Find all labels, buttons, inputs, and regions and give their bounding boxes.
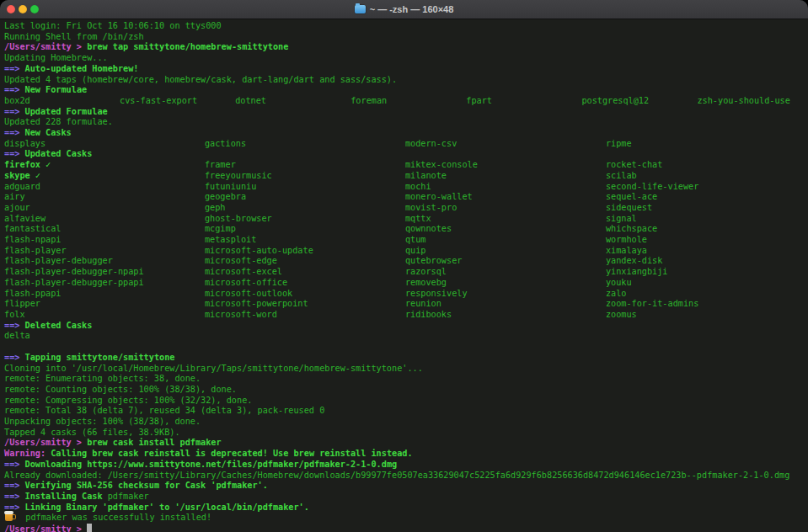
terminal-text: remote: Enumerating objects: 38, done. (4, 374, 201, 383)
package-name: yandex-disk (606, 256, 662, 267)
package-name: flash-npapi (4, 235, 205, 246)
package-name: signal (606, 214, 637, 225)
terminal-line: ==> New Casks (4, 128, 808, 139)
terminal-line: Tapped 4 casks (66 files, 38.9KB). (4, 428, 808, 439)
package-name: wormhole (606, 235, 647, 246)
terminal-text: ==> (4, 503, 25, 512)
terminal-line: folxmicrosoft-wordridibookszoomus (4, 310, 808, 321)
package-name: rocket-chat (606, 160, 662, 171)
terminal-line: skype ✓freeyourmusicmilanotescilab (4, 171, 808, 182)
package-name: microsoft-word (205, 310, 405, 321)
terminal-line: Updating Homebrew... (4, 53, 808, 64)
package-name: flash-player-debugger-ppapi (4, 278, 205, 289)
terminal-text: ==> (4, 149, 25, 158)
package-name: framer (205, 160, 405, 171)
terminal-line: flippermicrosoft-powerpointreunionzoom-f… (4, 299, 808, 310)
package-name: ridibooks (405, 310, 606, 321)
package-name: milanote (405, 171, 606, 182)
package-name: gactions (205, 139, 405, 150)
package-name: zalo (606, 289, 627, 300)
package-name: dotnet (235, 96, 350, 107)
terminal-line: ==> Tapping smittytone/smittytone (4, 353, 808, 364)
folder-icon[interactable] (355, 5, 366, 13)
shell-prompt: /Users/smitty > (4, 524, 87, 532)
maximize-button[interactable] (30, 5, 39, 13)
terminal-text: Deleted Casks (25, 321, 93, 330)
terminal-screen[interactable]: Last login: Fri Oct 16 10:06:10 on ttys0… (0, 19, 808, 532)
package-name: sidequest (606, 203, 652, 214)
package-name: mqttx (405, 214, 606, 225)
terminal-text: ==> (4, 107, 25, 116)
terminal-line: Updated 228 formulae. (4, 117, 808, 128)
terminal-line: ==> Deleted Casks (4, 321, 808, 332)
package-name: zoomus (606, 310, 637, 321)
terminal-text: Installing Cask (25, 492, 108, 501)
traffic-lights (7, 5, 39, 13)
shell-prompt: /Users/smitty > (4, 438, 87, 447)
package-name: ripme (606, 139, 632, 150)
package-name: modern-csv (405, 139, 606, 150)
terminal-window: ~ — -zsh — 160×48 Last login: Fri Oct 16… (0, 0, 808, 532)
package-name: scilab (606, 171, 637, 182)
terminal-line: remote: Compressing objects: 100% (32/32… (4, 396, 808, 407)
terminal-text: Warning: (4, 449, 45, 458)
package-name: microsoft-excel (205, 267, 405, 278)
minimize-button[interactable] (19, 5, 27, 13)
package-name: airy (4, 192, 205, 203)
terminal-line: ajourgephmovist-prosidequest (4, 203, 808, 214)
terminal-line: ==> New Formulae (4, 85, 808, 96)
terminal-line: remote: Total 38 (delta 7), reused 34 (d… (4, 406, 808, 417)
package-name: flipper (4, 299, 205, 310)
package-name: futuniuniu (205, 182, 405, 193)
package-name: foreman (350, 96, 466, 107)
terminal-line: Last login: Fri Oct 16 10:06:10 on ttys0… (4, 21, 808, 32)
package-name: skype ✓ (4, 171, 205, 182)
package-name: responsively (405, 289, 606, 300)
package-name: freeyourmusic (205, 171, 405, 182)
package-name: fpart (466, 96, 581, 107)
package-name: alfaview (4, 214, 205, 225)
shell-prompt: /Users/smitty > (4, 42, 87, 51)
terminal-text: Auto-updated Homebrew! (25, 64, 139, 73)
terminal-text: Downloading https://www.smittytone.net/f… (25, 460, 398, 469)
terminal-text: Last login: Fri Oct 16 10:06:10 on ttys0… (4, 21, 222, 30)
package-name: razorsql (405, 267, 606, 278)
terminal-text: remote: Counting objects: 100% (38/38), … (4, 385, 237, 394)
terminal-text: ==> (4, 492, 25, 501)
package-name: monero-wallet (405, 192, 606, 203)
terminal-text: Unpacking objects: 100% (38/38), done. (4, 417, 201, 426)
package-name: miktex-console (405, 160, 606, 171)
package-name: postgresql@12 (581, 96, 697, 107)
terminal-text: ==> (4, 460, 25, 469)
terminal-text: Updating Homebrew... (4, 53, 108, 62)
terminal-line: ==> Verifying SHA-256 checksum for Cask … (4, 481, 808, 492)
terminal-text: remote: Compressing objects: 100% (32/32… (4, 396, 252, 405)
package-name: microsoft-edge (205, 256, 405, 267)
terminal-line: ==> Installing Cask pdfmaker (4, 492, 808, 503)
package-name: zsh-you-should-use (697, 96, 789, 107)
terminal-text: Tapped 4 casks (66 files, 38.9KB). (4, 428, 180, 437)
terminal-line: /Users/smitty > brew tap smittytone/home… (4, 42, 808, 53)
package-name: qtum (405, 235, 606, 246)
terminal-text: Tapping smittytone/smittytone (25, 353, 175, 362)
terminal-text: pdfmaker was successfully installed! (15, 513, 211, 522)
package-name: fantastical (4, 224, 205, 235)
package-name: zoom-for-it-admins (606, 299, 698, 310)
terminal-line: remote: Counting objects: 100% (38/38), … (4, 385, 808, 396)
package-name: flash-ppapi (4, 289, 205, 300)
terminal-line: ==> Auto-updated Homebrew! (4, 64, 808, 75)
close-button[interactable] (7, 5, 15, 13)
terminal-text: Updated 4 taps (homebrew/core, homebrew/… (4, 75, 397, 84)
package-name: sequel-ace (606, 192, 657, 203)
terminal-text: Calling brew cask reinstall is deprecate… (45, 449, 412, 458)
terminal-text: Running Shell from /bin/zsh (4, 32, 144, 41)
terminal-line: pdfmaker was successfully installed! (4, 513, 808, 524)
terminal-line: adguardfutuniuniumochisecond-life-viewer (4, 182, 808, 193)
terminal-line (4, 342, 808, 353)
window-titlebar[interactable]: ~ — -zsh — 160×48 (0, 0, 808, 19)
package-name: qutebrowser (405, 256, 606, 267)
terminal-line: /Users/smitty > brew cask install pdfmak… (4, 438, 808, 449)
terminal-text: Cloning into '/usr/local/Homebrew/Librar… (4, 364, 423, 373)
beer-mug-icon (5, 513, 13, 521)
terminal-text: New Formulae (25, 85, 88, 94)
